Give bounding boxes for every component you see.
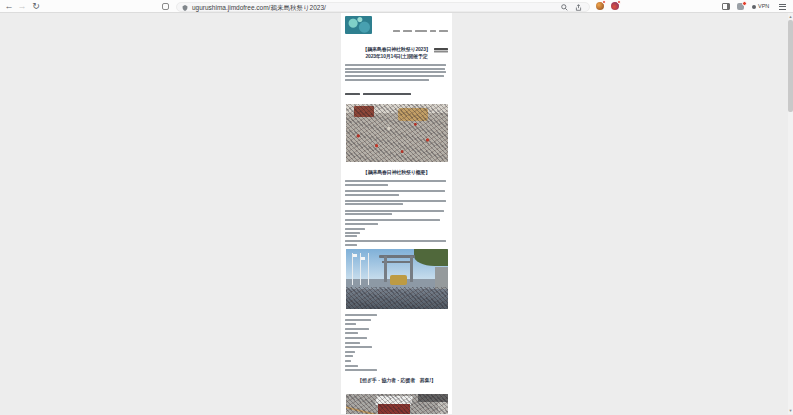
extension-icon-2[interactable] [611,2,619,10]
notification-badge [617,0,621,4]
schedule-short-lines [345,228,448,237]
scroll-down-icon[interactable]: ▼ [788,407,793,414]
share-icon[interactable] [575,4,582,11]
notification-badge [742,1,747,6]
vpn-status-dot-icon [752,5,756,9]
recruiting-heading: 【担ぎ手・協力者・応援者 募集!】 [345,377,448,384]
overview-paragraphs [345,180,448,225]
tabs-panel-icon[interactable] [162,3,169,10]
schedule-note [345,240,448,246]
sidebar-panel-icon[interactable] [722,3,730,10]
extension-icon-1[interactable] [596,2,604,10]
notifications-icon[interactable] [737,3,744,10]
scroll-up-icon[interactable]: ▲ [788,13,793,20]
overview-heading: 【鵜来島春日神社秋祭り概要】 [345,169,448,176]
page-viewport: 【鵜来島春日神社秋祭り2023】 2023年10月14日(土)開催予定 【鵜来島… [0,13,793,414]
vpn-indicator[interactable]: VPN [752,0,769,13]
content-column: 【鵜来島春日神社秋祭り2023】 2023年10月14日(土)開催予定 【鵜来島… [341,13,452,414]
scrollbar-thumb[interactable] [788,20,793,112]
back-icon[interactable]: ← [4,0,14,13]
main-nav[interactable] [376,22,448,58]
site-header [345,16,448,37]
address-bar[interactable]: ugurushima.jimdofree.com/鵜来島秋祭り2023/ [176,2,590,12]
intro-bold-line [345,83,448,101]
mikoshi-overhead-photo [346,394,448,414]
scrollbar[interactable]: ▲ ▼ [788,13,793,414]
reload-icon[interactable]: ↻ [31,0,41,13]
browser-menu-icon[interactable] [779,4,786,11]
site-logo[interactable] [345,16,372,34]
torii-mikoshi-photo [346,249,448,309]
intro-paragraph [345,64,448,81]
participants-list [345,314,448,371]
url-text[interactable]: ugurushima.jimdofree.com/鵜来島秋祭り2023/ [192,3,326,12]
search-icon[interactable] [561,4,568,11]
forward-icon[interactable]: → [17,0,27,13]
festival-crowd-photo [346,104,448,162]
notification-badge [602,0,606,4]
mikoshi-shape [390,275,407,285]
browser-toolbar: ← → ↻ ugurushima.jimdofree.com/鵜来島秋祭り202… [0,0,793,13]
site-security-shield-icon[interactable] [182,5,188,11]
